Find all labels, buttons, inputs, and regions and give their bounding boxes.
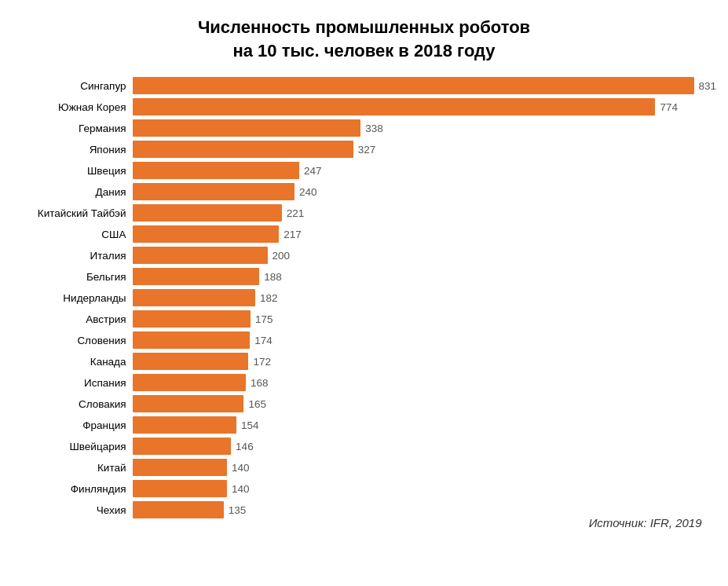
bar <box>133 459 227 476</box>
bar-wrap: 247 <box>133 162 710 179</box>
bar <box>133 310 251 328</box>
bar <box>133 119 361 137</box>
bar <box>133 268 260 285</box>
bar-value: 182 <box>260 292 278 304</box>
bar-label: Дания <box>19 186 133 198</box>
bar-label: Австрия <box>19 313 133 325</box>
bar <box>133 98 656 115</box>
bar-wrap: 175 <box>133 310 710 328</box>
bar <box>133 331 251 349</box>
bar-value: 774 <box>660 101 678 113</box>
bar-label: Южная Корея <box>19 101 133 113</box>
bar-value: 168 <box>251 377 269 389</box>
bar-value: 135 <box>229 504 247 516</box>
chart-container: Сингапур831Южная Корея774Германия338Япон… <box>19 76 710 522</box>
bar-value: 172 <box>253 356 271 368</box>
bar-value: 146 <box>236 441 254 452</box>
bar-value: 217 <box>284 229 302 240</box>
bar-row: Китай140 <box>19 458 710 477</box>
bar-row: Нидерланды182 <box>19 288 710 307</box>
bar-label: Швеция <box>19 165 133 177</box>
bar-wrap: 217 <box>133 225 710 243</box>
bar-row: Франция154 <box>19 416 710 434</box>
bar-row: Словакия165 <box>19 394 710 413</box>
bar-label: Швейцария <box>19 441 133 452</box>
bar-wrap: 327 <box>133 141 710 158</box>
bar-value: 140 <box>232 462 250 474</box>
bar-wrap: 154 <box>133 416 710 434</box>
bar-value: 200 <box>273 250 291 262</box>
bar-label: Бельгия <box>19 271 133 283</box>
bar-wrap: 774 <box>133 98 710 115</box>
title-line2: на 10 тыс. человек в 2018 году <box>232 41 495 60</box>
bar-label: Италия <box>19 250 133 262</box>
bar <box>133 183 294 200</box>
bar-label: Япония <box>19 144 133 156</box>
bar-wrap: 165 <box>133 395 710 412</box>
bar-row: Южная Корея774 <box>19 97 710 116</box>
bar <box>133 247 268 264</box>
bar-row: Швейцария146 <box>19 437 710 456</box>
bar-row: США217 <box>19 225 710 244</box>
bar <box>133 162 300 179</box>
bar-label: Германия <box>19 123 133 134</box>
bar-wrap: 338 <box>133 119 710 137</box>
bar-value: 188 <box>264 271 282 283</box>
bar <box>133 141 353 158</box>
bar-row: Германия338 <box>19 119 710 137</box>
bar <box>133 480 227 497</box>
bar-value: 165 <box>248 398 266 410</box>
bar-label: Китайский Тайбэй <box>19 207 133 219</box>
bar <box>133 289 256 306</box>
bar-label: Словения <box>19 335 133 346</box>
bar-row: Бельгия188 <box>19 267 710 286</box>
bar-row: Финляндия140 <box>19 479 710 498</box>
bar <box>133 204 282 222</box>
bar <box>133 416 237 434</box>
bar-label: Чехия <box>19 504 133 516</box>
bar-value: 175 <box>255 313 273 325</box>
bar-row: Дания240 <box>19 182 710 201</box>
bar-label: Сингапур <box>19 80 133 92</box>
bar <box>133 374 247 391</box>
bar-row: Австрия175 <box>19 309 710 328</box>
bar-label: США <box>19 229 133 240</box>
bar <box>133 501 224 518</box>
bar-wrap: 168 <box>133 374 710 391</box>
bar-value: 154 <box>241 419 259 431</box>
bar-wrap: 140 <box>133 480 710 497</box>
bar-label: Испания <box>19 377 133 389</box>
bar-value: 240 <box>299 186 317 198</box>
bar-row: Швеция247 <box>19 161 710 180</box>
bar-label: Канада <box>19 356 133 368</box>
bar <box>133 353 249 370</box>
bar-wrap: 140 <box>133 459 710 476</box>
bar-value: 247 <box>304 165 322 177</box>
bar-row: Китайский Тайбэй221 <box>19 203 710 222</box>
bar-value: 327 <box>358 144 376 156</box>
bar-label: Финляндия <box>19 483 133 495</box>
bar-row: Япония327 <box>19 140 710 159</box>
bar-value: 831 <box>699 80 717 92</box>
bar-value: 221 <box>287 207 305 219</box>
bar-value: 174 <box>254 335 273 346</box>
bar-wrap: 188 <box>133 268 710 285</box>
bar-value: 140 <box>232 483 250 495</box>
bar-row: Сингапур831 <box>19 76 710 95</box>
bar-wrap: 146 <box>133 438 710 455</box>
bar <box>133 438 232 455</box>
bar <box>133 77 694 94</box>
bar-wrap: 172 <box>133 353 710 370</box>
bar-wrap: 221 <box>133 204 710 222</box>
bar-wrap: 831 <box>133 77 717 94</box>
bar-wrap: 200 <box>133 247 710 264</box>
bar-label: Словакия <box>19 398 133 410</box>
bar-wrap: 174 <box>133 331 710 349</box>
bar-row: Италия200 <box>19 246 710 265</box>
source-note: Источник: IFR, 2019 <box>589 516 702 529</box>
bar-label: Нидерланды <box>19 292 133 304</box>
bar-wrap: 182 <box>133 289 710 306</box>
bar-value: 338 <box>365 123 383 134</box>
bar-label: Китай <box>19 462 133 474</box>
title-line1: Численность промышленных роботов <box>198 17 530 37</box>
